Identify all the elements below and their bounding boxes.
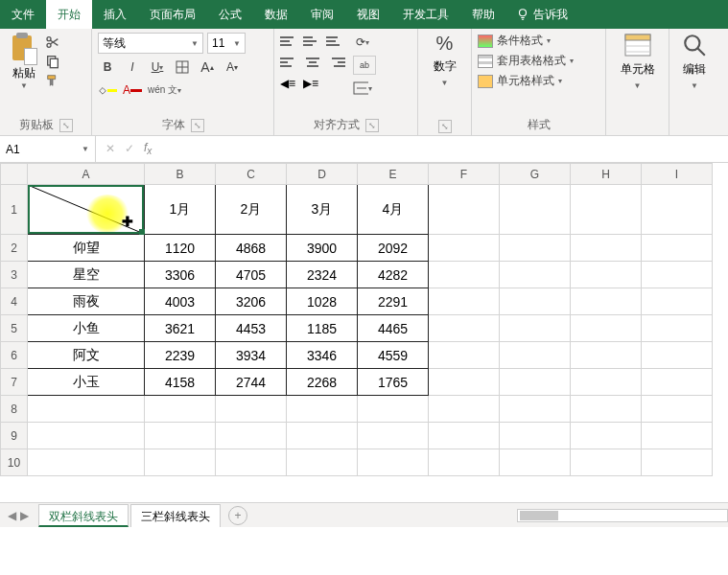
shrink-font-button[interactable]: A▾: [223, 58, 242, 77]
cell-A3[interactable]: 星空: [28, 262, 145, 288]
cell-C10[interactable]: [216, 449, 287, 476]
align-right-button[interactable]: [326, 54, 345, 71]
cell-I10[interactable]: [642, 449, 713, 476]
cell-I3[interactable]: [642, 262, 713, 288]
cell-F2[interactable]: [429, 235, 500, 262]
sheet-tab-1[interactable]: 三栏斜线表头: [130, 504, 221, 527]
row-header-1[interactable]: 1: [1, 185, 28, 235]
cell-A1[interactable]: ✚: [28, 185, 145, 235]
cell-B6[interactable]: 2239: [145, 342, 216, 369]
row-header-3[interactable]: 3: [1, 262, 28, 288]
cell-F1[interactable]: [429, 185, 500, 235]
cell-A4[interactable]: 雨夜: [28, 288, 145, 315]
number-dialog-launcher[interactable]: ⤡: [438, 120, 452, 133]
cell-G1[interactable]: [500, 185, 571, 235]
cell-F5[interactable]: [429, 315, 500, 342]
row-header-6[interactable]: 6: [1, 342, 28, 369]
cell-I9[interactable]: [642, 423, 713, 449]
fx-icon[interactable]: fx: [144, 141, 152, 156]
cell-E5[interactable]: 4465: [358, 315, 429, 342]
cell-E2[interactable]: 2092: [358, 235, 429, 262]
cell-C1[interactable]: 2月: [216, 185, 287, 235]
align-center-button[interactable]: [303, 54, 322, 71]
align-dialog-launcher[interactable]: ⤡: [365, 119, 379, 132]
cell-styles-button[interactable]: 单元格样式▾: [478, 73, 599, 89]
col-header-F[interactable]: F: [429, 164, 500, 185]
cell-D5[interactable]: 1185: [287, 315, 358, 342]
cell-F9[interactable]: [429, 423, 500, 449]
col-header-A[interactable]: A: [28, 164, 145, 185]
cell-H7[interactable]: [571, 369, 642, 396]
cell-G10[interactable]: [500, 449, 571, 476]
border-button[interactable]: [173, 58, 192, 77]
phonetic-button[interactable]: wén 文▾: [148, 80, 181, 100]
cell-E10[interactable]: [358, 449, 429, 476]
font-dialog-launcher[interactable]: ⤡: [191, 119, 204, 132]
cell-B7[interactable]: 4158: [145, 369, 216, 396]
horizontal-scrollbar[interactable]: [517, 509, 728, 522]
cell-D1[interactable]: 3月: [287, 185, 358, 235]
row-header-7[interactable]: 7: [1, 369, 28, 396]
row-header-9[interactable]: 9: [1, 423, 28, 449]
cell-B2[interactable]: 1120: [145, 235, 216, 262]
cell-C6[interactable]: 3934: [216, 342, 287, 369]
format-painter-button[interactable]: [44, 73, 61, 88]
increase-indent-button[interactable]: ▶≡: [303, 75, 322, 92]
cell-H9[interactable]: [571, 423, 642, 449]
col-header-D[interactable]: D: [287, 164, 358, 185]
tab-scroll-right[interactable]: ▶: [20, 509, 29, 522]
cell-H3[interactable]: [571, 262, 642, 288]
underline-button[interactable]: U▾: [148, 58, 167, 77]
cell-H8[interactable]: [571, 396, 642, 423]
cell-A7[interactable]: 小玉: [28, 369, 145, 396]
cell-D4[interactable]: 1028: [287, 288, 358, 315]
cell-G2[interactable]: [500, 235, 571, 262]
wrap-text-button[interactable]: ab: [353, 56, 376, 75]
cell-D3[interactable]: 2324: [287, 262, 358, 288]
cell-C3[interactable]: 4705: [216, 262, 287, 288]
orientation-button[interactable]: ⟳▾: [353, 33, 372, 52]
bold-button[interactable]: B: [98, 58, 117, 77]
font-name-select[interactable]: 等线▼: [98, 33, 203, 54]
cell-A10[interactable]: [28, 449, 145, 476]
tell-me[interactable]: 告诉我: [506, 7, 577, 23]
cell-C8[interactable]: [216, 396, 287, 423]
align-left-button[interactable]: [280, 54, 299, 71]
cell-I8[interactable]: [642, 396, 713, 423]
cell-H1[interactable]: [571, 185, 642, 235]
cell-B3[interactable]: 3306: [145, 262, 216, 288]
cell-C4[interactable]: 3206: [216, 288, 287, 315]
cell-A5[interactable]: 小鱼: [28, 315, 145, 342]
add-sheet-button[interactable]: +: [228, 506, 247, 525]
cell-E4[interactable]: 2291: [358, 288, 429, 315]
decrease-indent-button[interactable]: ◀≡: [280, 75, 299, 92]
grow-font-button[interactable]: A▴: [198, 58, 217, 77]
clipboard-dialog-launcher[interactable]: ⤡: [59, 119, 73, 132]
cell-I5[interactable]: [642, 315, 713, 342]
cell-F6[interactable]: [429, 342, 500, 369]
cell-G9[interactable]: [500, 423, 571, 449]
row-header-10[interactable]: 10: [1, 449, 28, 476]
cell-I6[interactable]: [642, 342, 713, 369]
col-header-E[interactable]: E: [358, 164, 429, 185]
table-format-button[interactable]: 套用表格格式▾: [478, 53, 599, 69]
cell-C9[interactable]: [216, 423, 287, 449]
cell-C5[interactable]: 4453: [216, 315, 287, 342]
cell-I7[interactable]: [642, 369, 713, 396]
cell-C2[interactable]: 4868: [216, 235, 287, 262]
align-bottom-button[interactable]: [326, 33, 345, 50]
cell-A6[interactable]: 阿文: [28, 342, 145, 369]
cell-B8[interactable]: [145, 396, 216, 423]
cell-H2[interactable]: [571, 235, 642, 262]
cancel-icon[interactable]: ✕: [106, 142, 115, 155]
cell-B10[interactable]: [145, 449, 216, 476]
tab-scroll-left[interactable]: ◀: [8, 509, 16, 522]
name-box[interactable]: A1 ▼: [0, 136, 96, 162]
cell-I2[interactable]: [642, 235, 713, 262]
cell-H5[interactable]: [571, 315, 642, 342]
worksheet[interactable]: ABCDEFGHI1✚1月2月3月4月2仰望11204868390020923星…: [0, 163, 728, 527]
col-header-H[interactable]: H: [571, 164, 642, 185]
select-all-corner[interactable]: [1, 164, 28, 185]
row-header-2[interactable]: 2: [1, 235, 28, 262]
cell-E3[interactable]: 4282: [358, 262, 429, 288]
